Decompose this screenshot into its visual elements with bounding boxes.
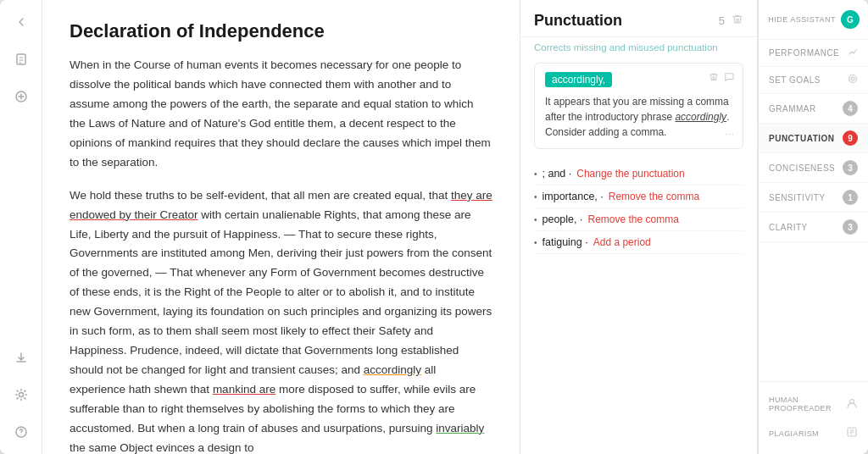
- help-button[interactable]: [9, 420, 33, 444]
- suggestion-word: people, ·: [542, 213, 583, 225]
- punctuation-panel: Punctuation 5 Corrects missing and misus…: [520, 0, 758, 454]
- list-item: • ; and · Change the punctuation: [534, 163, 743, 185]
- suggestion-tag[interactable]: accordingly,: [545, 72, 612, 87]
- set-goals-icon: [848, 74, 858, 86]
- highlight-accordingly: accordingly: [364, 363, 421, 376]
- svg-point-7: [853, 79, 854, 80]
- punctuation-badge: 9: [843, 130, 858, 146]
- svg-point-4: [20, 435, 21, 435]
- suggestion-action[interactable]: Add a period: [593, 236, 651, 248]
- stat-row-punctuation[interactable]: PUNCTUATION 9: [759, 124, 868, 153]
- panel-title: Punctuation: [534, 12, 622, 30]
- stats-header: HIDE ASSISTANT G: [759, 0, 868, 40]
- suggestion-word: fatiguing ·: [542, 236, 588, 248]
- suggestion-action[interactable]: Remove the comma: [609, 191, 699, 202]
- performance-icon: [848, 47, 858, 59]
- paragraph-2: We hold these truths to be self-evident,…: [70, 186, 492, 454]
- stat-row-performance[interactable]: PERFORMANCE: [759, 40, 868, 67]
- document-icon: [9, 47, 33, 71]
- stat-row-sensitivity[interactable]: SENSITIVITY 1: [759, 183, 868, 213]
- hide-assistant-label: HIDE ASSISTANT: [768, 15, 836, 24]
- stat-row-set-goals[interactable]: SET GOALS: [759, 67, 868, 94]
- card-delete-icon[interactable]: [709, 72, 719, 85]
- human-proofreader-icon: [846, 397, 858, 412]
- human-proofreader-row[interactable]: HUMANPROOFREADER: [769, 392, 858, 416]
- panel-header-right: 5: [719, 14, 743, 28]
- stat-label-grammar: GRAMMAR: [769, 104, 816, 114]
- sensitivity-badge: 1: [843, 190, 858, 205]
- stat-label-set-goals: SET GOALS: [769, 75, 821, 85]
- stat-row-conciseness[interactable]: CONCISENESS 3: [759, 153, 868, 183]
- list-item: • importance, · Remove the comma: [534, 185, 743, 208]
- bullet-icon: •: [534, 192, 537, 202]
- list-item: • fatiguing · Add a period: [534, 231, 743, 254]
- bullet-icon: •: [534, 169, 537, 179]
- stat-label-conciseness: CONCISENESS: [769, 163, 835, 173]
- plagiarism-row[interactable]: PLAGIARISM: [769, 423, 858, 444]
- panel-subtitle: Corrects missing and misused punctuation: [520, 37, 757, 53]
- add-button[interactable]: [9, 85, 33, 108]
- suggestion-word: ; and ·: [542, 168, 572, 180]
- main-content: Declaration of Independence When in the …: [42, 0, 520, 454]
- panel-header: Punctuation 5: [520, 0, 757, 37]
- human-proofreader-label: HUMANPROOFREADER: [769, 396, 832, 412]
- panel-count: 5: [719, 14, 725, 27]
- card-chat-icon[interactable]: [724, 72, 734, 85]
- assistant-avatar[interactable]: G: [841, 10, 860, 29]
- more-options-icon[interactable]: ···: [725, 127, 734, 140]
- stat-row-clarity[interactable]: CLARITY 3: [759, 213, 868, 242]
- highlight-creator: they are endowed by their Creator: [70, 189, 492, 221]
- panel-delete-icon[interactable]: [732, 14, 743, 28]
- stat-label-punctuation: PUNCTUATION: [769, 134, 835, 143]
- paragraph-1: When in the Course of human events it be…: [70, 56, 492, 173]
- settings-button[interactable]: [9, 383, 33, 407]
- bullet-icon: •: [534, 238, 537, 247]
- suggestion-action[interactable]: Remove the comma: [587, 213, 678, 225]
- suggestion-italic: accordingly: [675, 111, 726, 123]
- stat-label-performance: PERFORMANCE: [769, 48, 839, 58]
- plagiarism-label: PLAGIARISM: [769, 429, 819, 438]
- left-sidebar: [0, 0, 42, 454]
- svg-point-2: [19, 393, 23, 397]
- document-title: Declaration of Independence: [70, 20, 492, 42]
- stat-label-clarity: CLARITY: [769, 223, 808, 232]
- highlight-invariably: invariably: [436, 422, 484, 435]
- suggestion-list: • ; and · Change the punctuation • impor…: [520, 159, 757, 454]
- stats-bottom: HUMANPROOFREADER PLAGIARISM: [759, 381, 868, 454]
- suggestion-action[interactable]: Change the punctuation: [576, 168, 684, 180]
- suggestion-description: It appears that you are missing a comma …: [545, 94, 732, 140]
- list-item: • people, · Remove the comma: [534, 208, 743, 231]
- stat-row-grammar[interactable]: GRAMMAR 4: [759, 94, 868, 124]
- stat-label-sensitivity: SENSITIVITY: [769, 193, 826, 202]
- card-icons: [709, 72, 734, 85]
- document-body[interactable]: When in the Course of human events it be…: [70, 56, 492, 454]
- highlight-mankind: mankind are: [213, 383, 275, 396]
- back-button[interactable]: [9, 10, 33, 34]
- stats-sidebar: HIDE ASSISTANT G PERFORMANCE SET GOALS: [758, 0, 868, 454]
- grammar-badge: 4: [843, 101, 858, 116]
- download-button[interactable]: [9, 346, 33, 369]
- suggestion-card: accordingly, It appears that you are mis…: [534, 63, 743, 149]
- clarity-badge: 3: [843, 219, 858, 235]
- suggestion-word: importance, ·: [542, 191, 604, 202]
- conciseness-badge: 3: [843, 160, 858, 175]
- plagiarism-icon: [846, 426, 858, 440]
- bullet-icon: •: [534, 215, 537, 224]
- app-container: Declaration of Independence When in the …: [0, 0, 868, 454]
